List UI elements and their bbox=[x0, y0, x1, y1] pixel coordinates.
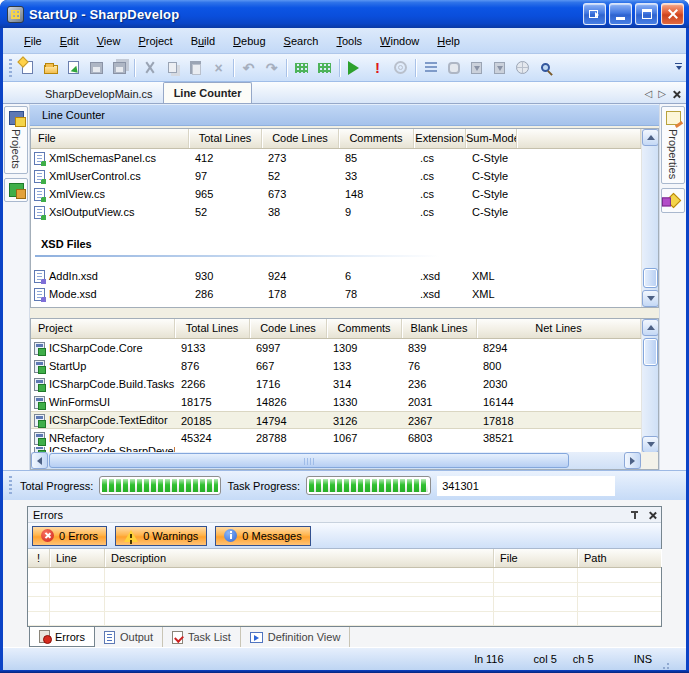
minimize-button[interactable] bbox=[609, 3, 632, 25]
scroll-right-icon[interactable] bbox=[624, 452, 641, 469]
format-lines-icon[interactable] bbox=[420, 57, 441, 78]
stop-icon[interactable] bbox=[390, 57, 411, 78]
files-table-vscrollbar[interactable] bbox=[641, 129, 658, 307]
col-comments[interactable]: Comments bbox=[339, 129, 414, 148]
tray-button[interactable] bbox=[583, 3, 606, 25]
col-total-lines[interactable]: Total Lines bbox=[189, 129, 262, 148]
col-code-lines[interactable]: Code Lines bbox=[262, 129, 339, 148]
menu-debug[interactable]: Debug bbox=[224, 31, 274, 51]
menu-search[interactable]: Search bbox=[275, 31, 328, 51]
table-row[interactable]: NRefactory 4532428788 10676803 38521 bbox=[31, 429, 658, 447]
abort-icon[interactable]: ! bbox=[367, 57, 388, 78]
table-row[interactable]: XslOutputView.cs 5238 9.cs C-Style bbox=[31, 203, 658, 221]
cut-icon[interactable] bbox=[139, 57, 160, 78]
table-row[interactable]: ICSharpCode.Build.Tasks 22661716 314236 … bbox=[31, 375, 658, 393]
table-row[interactable]: XmlView.cs 965673 148.cs C-Style bbox=[31, 185, 658, 203]
toolbar-overflow-button[interactable] bbox=[673, 57, 684, 79]
col-severity[interactable]: ! bbox=[28, 549, 50, 567]
run-icon[interactable] bbox=[344, 57, 365, 78]
col-line[interactable]: Line bbox=[50, 549, 105, 567]
open-icon[interactable] bbox=[40, 57, 61, 78]
col-file[interactable]: File bbox=[494, 549, 578, 567]
table-row[interactable]: XmlSchemasPanel.cs 412273 85.cs C-Style bbox=[31, 149, 658, 167]
col-extension[interactable]: Extension bbox=[414, 129, 466, 148]
menu-build[interactable]: Build bbox=[182, 31, 224, 51]
warnings-filter-button[interactable]: 0 Warnings bbox=[115, 526, 207, 546]
scroll-up-icon[interactable] bbox=[642, 319, 659, 336]
close-panel-icon[interactable] bbox=[648, 511, 656, 519]
scroll-left-icon[interactable] bbox=[31, 452, 48, 469]
tab-line-counter[interactable]: Line Counter bbox=[163, 82, 253, 103]
title-bar[interactable]: StartUp - SharpDevelop bbox=[0, 0, 689, 28]
col-net-lines[interactable]: Net Lines bbox=[477, 319, 641, 338]
col-description[interactable]: Description bbox=[105, 549, 494, 567]
vscroll-thumb[interactable] bbox=[643, 338, 658, 366]
delete-icon[interactable]: × bbox=[208, 57, 229, 78]
col-code-lines[interactable]: Code Lines bbox=[250, 319, 327, 338]
toolbar-grip[interactable] bbox=[9, 59, 12, 77]
col-blank-lines[interactable]: Blank Lines bbox=[402, 319, 477, 338]
table-row[interactable]: AddIn.xsd 930924 6.xsd XML bbox=[31, 267, 658, 285]
errors-filter-button[interactable]: 0 Errors bbox=[32, 526, 107, 546]
table-row[interactable]: StartUp 876667 13376 800 bbox=[31, 357, 658, 375]
col-total-lines[interactable]: Total Lines bbox=[175, 319, 250, 338]
save-icon[interactable] bbox=[86, 57, 107, 78]
tab-scroll-left-icon[interactable]: ◁ bbox=[645, 89, 653, 99]
menu-edit[interactable]: Edit bbox=[51, 31, 88, 51]
tab-scroll-right-icon[interactable]: ▷ bbox=[658, 89, 666, 99]
col-file[interactable]: File bbox=[31, 129, 189, 148]
table-row[interactable]: Mode.xsd 286178 78.xsd XML bbox=[31, 285, 658, 303]
menu-tools[interactable]: Tools bbox=[327, 31, 371, 51]
menu-project[interactable]: Project bbox=[129, 31, 181, 51]
save-as-icon[interactable] bbox=[63, 57, 84, 78]
tab-definition-view[interactable]: Definition View bbox=[241, 627, 351, 647]
find-icon[interactable] bbox=[535, 57, 556, 78]
col-path[interactable]: Path bbox=[578, 549, 661, 567]
sidebar-item-classes[interactable] bbox=[4, 178, 28, 202]
progress-grip[interactable] bbox=[9, 476, 12, 496]
copy-icon[interactable] bbox=[162, 57, 183, 78]
comment-region-icon[interactable] bbox=[291, 57, 312, 78]
hscroll-thumb[interactable] bbox=[49, 453, 569, 468]
messages-filter-button[interactable]: 0 Messages bbox=[215, 526, 310, 546]
uncomment-region-icon[interactable] bbox=[314, 57, 335, 78]
new-file-icon[interactable] bbox=[17, 57, 38, 78]
menu-window[interactable]: Window bbox=[371, 31, 428, 51]
menu-view[interactable]: View bbox=[88, 31, 130, 51]
redo-icon[interactable]: ↷ bbox=[261, 57, 282, 78]
menu-file[interactable]: File bbox=[15, 31, 51, 51]
vscroll-thumb[interactable] bbox=[643, 268, 658, 288]
table-row-selected[interactable]: ICSharpCode.TextEditor 2018514794 312623… bbox=[31, 411, 658, 429]
scroll-up-icon[interactable] bbox=[642, 129, 659, 146]
col-sum-mode[interactable]: Sum-Mode bbox=[466, 129, 517, 148]
save-all-icon[interactable] bbox=[109, 57, 130, 78]
fit-panel-icon[interactable] bbox=[443, 57, 464, 78]
build-icon[interactable] bbox=[466, 57, 487, 78]
tab-sharpdevelopmain[interactable]: SharpDevelopMain.cs bbox=[35, 85, 163, 103]
sidebar-item-tasks[interactable] bbox=[661, 188, 685, 213]
undo-icon[interactable]: ↶ bbox=[238, 57, 259, 78]
projects-table-hscrollbar[interactable] bbox=[31, 452, 641, 469]
table-row[interactable]: ICSharpCode.Core 91336997 1309839 8294 bbox=[31, 339, 658, 357]
rebuild-icon[interactable] bbox=[489, 57, 510, 78]
close-button[interactable] bbox=[661, 3, 684, 25]
scroll-down-icon[interactable] bbox=[642, 436, 659, 453]
projects-table-vscrollbar[interactable] bbox=[641, 319, 658, 453]
browse-icon[interactable] bbox=[512, 57, 533, 78]
tab-errors[interactable]: Errors bbox=[29, 627, 95, 647]
sidebar-item-projects[interactable]: Projects bbox=[4, 106, 28, 174]
col-comments[interactable]: Comments bbox=[327, 319, 402, 338]
maximize-button[interactable] bbox=[635, 3, 658, 25]
tab-task-list[interactable]: Task List bbox=[163, 627, 241, 647]
paste-icon[interactable] bbox=[185, 57, 206, 78]
col-project[interactable]: Project bbox=[31, 319, 175, 338]
sidebar-item-properties[interactable]: Properties bbox=[661, 106, 685, 184]
resize-grip[interactable] bbox=[660, 660, 670, 670]
pin-icon[interactable] bbox=[630, 510, 639, 520]
tab-close-icon[interactable] bbox=[672, 90, 680, 98]
menu-help[interactable]: Help bbox=[428, 31, 469, 51]
tab-output[interactable]: Output bbox=[95, 627, 163, 647]
table-row[interactable]: XmlUserControl.cs 9752 33.cs C-Style bbox=[31, 167, 658, 185]
table-row[interactable]: WinFormsUI 1817514826 13302031 16144 bbox=[31, 393, 658, 411]
scroll-down-icon[interactable] bbox=[642, 290, 659, 307]
